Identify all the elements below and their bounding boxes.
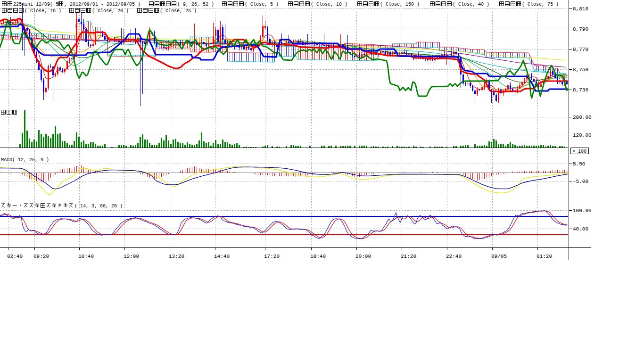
svg-text:( Close, 75 ): ( Close, 75 ) xyxy=(25,8,61,14)
svg-text:02:40: 02:40 xyxy=(7,254,23,259)
svg-text:MACD( 12, 26, 9 ): MACD( 12, 26, 9 ) xyxy=(1,157,49,163)
svg-text:20:00: 20:00 xyxy=(355,254,371,259)
svg-text:01:20: 01:20 xyxy=(537,254,552,259)
svg-text:21:20: 21:20 xyxy=(401,254,416,259)
svg-text:8,750: 8,750 xyxy=(573,67,588,73)
svg-text:8,790: 8,790 xyxy=(573,26,588,32)
svg-text:120.00: 120.00 xyxy=(573,132,592,138)
svg-text:13:20: 13:20 xyxy=(169,254,184,259)
svg-text:( Close, 20 ): ( Close, 20 ) xyxy=(92,8,129,14)
svg-text:100.00: 100.00 xyxy=(573,208,592,214)
svg-text:09/05: 09/05 xyxy=(491,254,507,259)
svg-text:( Close, 10 ): ( Close, 10 ) xyxy=(311,2,347,7)
svg-text:8,810: 8,810 xyxy=(573,6,588,12)
svg-text:× 100: × 100 xyxy=(572,149,586,154)
svg-text:( Close, 75 ): ( Close, 75 ) xyxy=(522,2,559,7)
svg-text:09:20: 09:20 xyxy=(33,254,49,259)
svg-text:( 14, 3, 80, 20 ): ( 14, 3, 80, 20 ) xyxy=(74,204,123,209)
svg-text:280.00: 280.00 xyxy=(573,115,592,120)
svg-text:-5.00: -5.00 xyxy=(573,179,588,184)
svg-text:, 2012/09/01 - 2012/09/05 ): , 2012/09/01 - 2012/09/05 ) xyxy=(64,2,140,7)
svg-text:8,730: 8,730 xyxy=(573,87,588,93)
svg-text:( Close, 25 ): ( Close, 25 ) xyxy=(160,8,197,14)
svg-text:14:40: 14:40 xyxy=(214,254,230,259)
svg-text:5.50: 5.50 xyxy=(573,161,585,167)
svg-text:10:40: 10:40 xyxy=(78,254,94,259)
svg-text:( Close, 150 ): ( Close, 150 ) xyxy=(380,2,420,7)
svg-text:( 9, 26, 52 ): ( 9, 26, 52 ) xyxy=(177,2,214,7)
svg-text:8,770: 8,770 xyxy=(573,47,588,52)
svg-text:( Close, 5 ): ( Close, 5 ) xyxy=(245,2,279,7)
svg-text:22:40: 22:40 xyxy=(446,254,462,259)
svg-text:17:20: 17:20 xyxy=(264,254,280,259)
svg-text:40.00: 40.00 xyxy=(573,226,588,232)
svg-text:225mini 12/09( 5: 225mini 12/09( 5 xyxy=(13,2,58,7)
svg-text:12:00: 12:00 xyxy=(124,254,139,259)
svg-text:( Close, 40 ): ( Close, 40 ) xyxy=(453,2,489,7)
svg-text:18:40: 18:40 xyxy=(310,254,326,259)
